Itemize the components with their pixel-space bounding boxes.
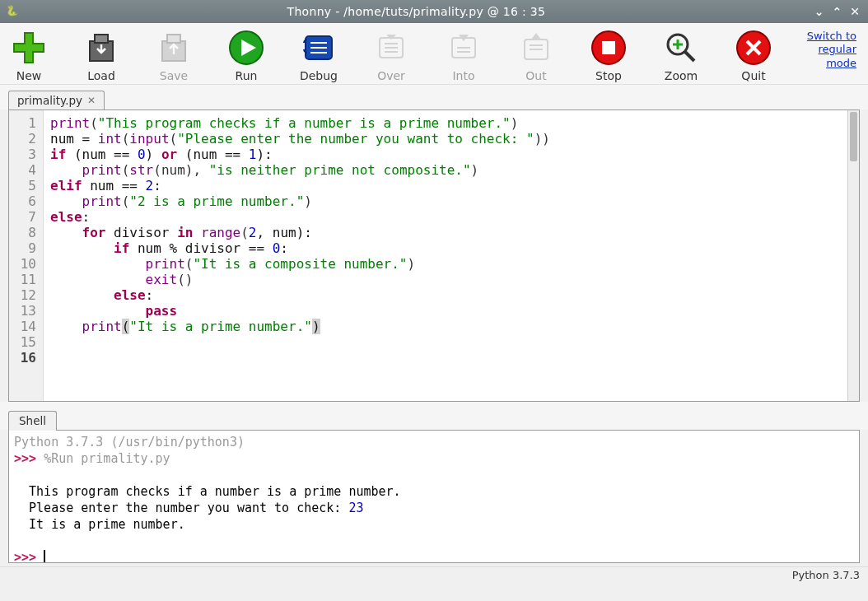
debug-label: Debug bbox=[300, 69, 338, 82]
step-over-icon bbox=[371, 28, 411, 68]
shell-run-cmd: %Run primality.py bbox=[44, 451, 170, 466]
play-icon bbox=[226, 28, 266, 68]
new-button[interactable]: New bbox=[8, 28, 49, 82]
step-out-button: Out bbox=[516, 28, 557, 82]
shell-prompt: >>> bbox=[14, 451, 36, 466]
zoom-button[interactable]: Zoom bbox=[660, 28, 702, 82]
window-title: Thonny - /home/tuts/primality.py @ 16 : … bbox=[18, 5, 814, 18]
shell-output-line: It is a prime number. bbox=[14, 517, 185, 532]
window-titlebar: 🐍 Thonny - /home/tuts/primality.py @ 16 … bbox=[0, 0, 868, 23]
debug-icon bbox=[299, 28, 338, 68]
close-icon[interactable]: ✕ bbox=[850, 5, 860, 18]
stop-label: Stop bbox=[595, 69, 622, 82]
debug-button[interactable]: Debug bbox=[298, 28, 339, 82]
load-button[interactable]: Load bbox=[81, 28, 122, 82]
editor-scrollbar[interactable] bbox=[847, 110, 859, 401]
zoom-label: Zoom bbox=[665, 69, 698, 82]
minimize-icon[interactable]: ⌄ bbox=[814, 5, 824, 18]
over-label: Over bbox=[377, 69, 405, 82]
shell-tab[interactable]: Shell bbox=[8, 411, 57, 431]
quit-button[interactable]: Quit bbox=[733, 28, 774, 82]
switch-mode-link[interactable]: Switch toregularmode bbox=[807, 30, 856, 70]
file-tab[interactable]: primality.py ✕ bbox=[8, 91, 105, 110]
step-into-icon bbox=[444, 28, 483, 68]
shell-panel: Python 3.7.3 (/usr/bin/python3) >>> %Run… bbox=[8, 430, 860, 563]
status-bar: Python 3.7.3 bbox=[0, 566, 868, 583]
load-icon bbox=[82, 28, 121, 68]
save-button: Save bbox=[153, 28, 194, 82]
out-label: Out bbox=[525, 69, 546, 82]
maximize-icon[interactable]: ⌃ bbox=[833, 5, 842, 18]
shell-prompt: >>> bbox=[14, 550, 36, 563]
svg-rect-3 bbox=[167, 35, 180, 43]
code-editor[interactable]: 12345678910111213141516 print("This prog… bbox=[9, 110, 859, 401]
into-label: Into bbox=[452, 69, 474, 82]
window-controls: ⌄ ⌃ ✕ bbox=[814, 5, 863, 18]
shell-interpreter: Python 3.7.3 (/usr/bin/python3) bbox=[14, 435, 245, 450]
shell-area[interactable]: Python 3.7.3 (/usr/bin/python3) >>> %Run… bbox=[9, 431, 859, 563]
run-button[interactable]: Run bbox=[226, 28, 267, 82]
quit-icon bbox=[734, 28, 773, 68]
shell-output-line: Please enter the number you want to chec… bbox=[14, 501, 348, 515]
save-icon bbox=[154, 28, 194, 68]
svg-rect-20 bbox=[602, 41, 615, 54]
editor-tabs: primality.py ✕ bbox=[0, 85, 868, 109]
shell-output-line: This program checks if a number is a pri… bbox=[14, 484, 401, 499]
step-into-button: Into bbox=[443, 28, 484, 82]
shell-user-input: 23 bbox=[348, 501, 363, 515]
shell-tab-label: Shell bbox=[19, 414, 46, 427]
plus-icon bbox=[9, 28, 49, 68]
svg-line-22 bbox=[685, 52, 694, 61]
new-label: New bbox=[16, 69, 42, 82]
text-cursor bbox=[44, 550, 45, 563]
quit-label: Quit bbox=[741, 69, 765, 82]
line-gutter: 12345678910111213141516 bbox=[9, 110, 44, 401]
save-label: Save bbox=[160, 69, 188, 82]
zoom-icon bbox=[661, 28, 701, 68]
stop-icon bbox=[589, 28, 628, 68]
step-over-button: Over bbox=[371, 28, 412, 82]
close-tab-icon[interactable]: ✕ bbox=[87, 95, 96, 106]
step-out-icon bbox=[516, 28, 556, 68]
editor-panel: 12345678910111213141516 print("This prog… bbox=[8, 109, 860, 402]
app-icon: 🐍 bbox=[5, 5, 18, 18]
file-tab-label: primality.py bbox=[17, 94, 82, 107]
run-label: Run bbox=[236, 69, 258, 82]
load-label: Load bbox=[87, 69, 115, 82]
shell-tabs: Shell bbox=[0, 402, 868, 430]
toolbar: New Load Save Run Debug bbox=[0, 23, 868, 85]
svg-rect-1 bbox=[95, 35, 108, 43]
status-python-version[interactable]: Python 3.7.3 bbox=[792, 569, 860, 581]
code-area[interactable]: print("This program checks if a number i… bbox=[44, 110, 859, 401]
stop-button[interactable]: Stop bbox=[588, 28, 629, 82]
